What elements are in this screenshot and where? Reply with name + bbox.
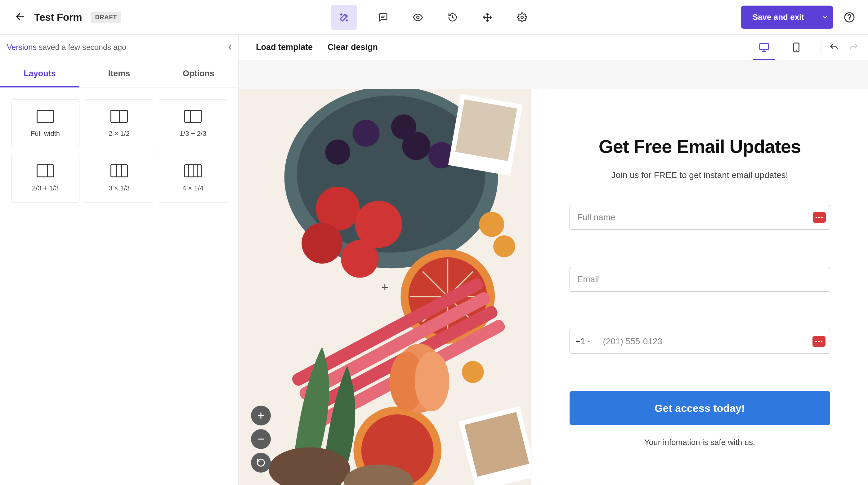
sub-header-right bbox=[755, 35, 868, 60]
svg-point-19 bbox=[302, 223, 342, 264]
canvas-page: + Get Free Email Updates Join us for FRE… bbox=[239, 89, 868, 485]
layout-card-label: 3 × 1/3 bbox=[108, 184, 130, 192]
svg-point-20 bbox=[341, 240, 379, 278]
layout-card-full-width[interactable]: Full-width bbox=[11, 99, 80, 148]
tab-layouts[interactable]: Layouts bbox=[0, 60, 80, 87]
svg-point-35 bbox=[493, 235, 515, 257]
redo-icon[interactable] bbox=[847, 41, 861, 54]
svg-point-25 bbox=[325, 139, 350, 165]
magic-wand-icon[interactable] bbox=[331, 5, 357, 30]
layout-card-label: 2 × 1/2 bbox=[108, 130, 130, 138]
comment-icon[interactable] bbox=[374, 9, 392, 26]
sidebar: Layouts Items Options Full-width 2 × 1/2… bbox=[0, 60, 239, 485]
svg-point-43 bbox=[415, 352, 449, 411]
sub-header-center: Load template Clear design bbox=[239, 42, 378, 52]
zoom-in-icon[interactable] bbox=[251, 406, 271, 425]
zoom-reset-icon[interactable] bbox=[251, 453, 271, 473]
save-exit-group: Save and exit bbox=[741, 6, 833, 29]
desktop-viewport-icon[interactable] bbox=[755, 35, 773, 60]
fullname-input[interactable] bbox=[569, 205, 830, 230]
zoom-out-icon[interactable] bbox=[251, 429, 271, 449]
layout-card-label: Full-width bbox=[31, 130, 60, 138]
sub-header: Versions saved a few seconds ago Load te… bbox=[0, 35, 868, 60]
email-field-wrap bbox=[569, 267, 830, 292]
undo-icon[interactable] bbox=[827, 41, 841, 54]
add-block-icon[interactable]: + bbox=[378, 280, 392, 294]
layout-thumb-icon bbox=[184, 164, 202, 177]
form-heading[interactable]: Get Free Email Updates bbox=[599, 136, 801, 157]
back-arrow-icon[interactable] bbox=[15, 11, 25, 23]
phone-country-code[interactable]: +1 bbox=[570, 329, 596, 354]
save-exit-button[interactable]: Save and exit bbox=[741, 6, 816, 29]
layout-card-label: 1/3 + 2/3 bbox=[180, 130, 206, 138]
header-left: Test Form DRAFT bbox=[15, 11, 121, 23]
viewport-tabs bbox=[755, 35, 806, 60]
layouts-grid: Full-width 2 × 1/2 1/3 + 2/3 2/3 + 1/3 3… bbox=[0, 88, 238, 215]
layout-card-two-half[interactable]: 2 × 1/2 bbox=[85, 99, 153, 148]
svg-point-6 bbox=[521, 16, 523, 19]
layout-thumb-icon bbox=[184, 110, 202, 123]
phone-field-wrap: +1 bbox=[569, 329, 830, 354]
collapse-sidebar-icon[interactable] bbox=[223, 41, 237, 54]
sub-header-left: Versions saved a few seconds ago bbox=[0, 35, 239, 60]
svg-rect-9 bbox=[760, 43, 768, 50]
layout-card-label: 4 × 1/4 bbox=[182, 184, 204, 192]
canvas-image-block[interactable]: + bbox=[239, 89, 531, 485]
svg-marker-50 bbox=[588, 341, 590, 342]
divider bbox=[820, 41, 821, 54]
history-icon[interactable] bbox=[444, 9, 461, 26]
form-subheading[interactable]: Join us for FREE to get instant email up… bbox=[612, 170, 788, 180]
form-submit-button[interactable]: Get access today! bbox=[569, 391, 830, 425]
versions-saved-text: saved a few seconds ago bbox=[37, 43, 126, 52]
header-toolbar bbox=[331, 5, 531, 30]
form-disclaimer[interactable]: Your infomation is safe with us. bbox=[644, 438, 755, 447]
main-area: Layouts Items Options Full-width 2 × 1/2… bbox=[0, 60, 868, 485]
svg-point-23 bbox=[391, 115, 416, 139]
save-exit-dropdown[interactable] bbox=[816, 6, 833, 29]
sidebar-tabs: Layouts Items Options bbox=[0, 60, 238, 88]
layout-card-four-quarter[interactable]: 4 × 1/4 bbox=[159, 154, 227, 203]
canvas: + Get Free Email Updates Join us for FRE… bbox=[239, 60, 868, 485]
svg-point-36 bbox=[462, 361, 484, 383]
fullname-field-wrap bbox=[569, 205, 830, 230]
layout-card-three-third[interactable]: 3 × 1/3 bbox=[85, 154, 153, 203]
draft-badge: DRAFT bbox=[91, 12, 121, 23]
field-options-icon[interactable] bbox=[813, 212, 826, 223]
svg-point-3 bbox=[416, 16, 419, 19]
svg-rect-12 bbox=[794, 43, 799, 52]
versions-status: Versions saved a few seconds ago bbox=[7, 43, 126, 52]
clear-design-button[interactable]: Clear design bbox=[328, 42, 378, 52]
top-header: Test Form DRAFT Save and exit bbox=[0, 0, 868, 35]
svg-point-24 bbox=[352, 120, 379, 147]
layout-thumb-icon bbox=[37, 164, 54, 177]
help-icon[interactable] bbox=[841, 9, 858, 26]
settings-gear-icon[interactable] bbox=[514, 9, 531, 26]
phone-prefix-text: +1 bbox=[576, 336, 585, 346]
email-input[interactable] bbox=[569, 267, 830, 292]
phone-input[interactable] bbox=[596, 329, 830, 354]
field-options-icon[interactable] bbox=[812, 336, 826, 347]
layout-thumb-icon bbox=[111, 164, 128, 177]
svg-point-34 bbox=[479, 212, 504, 237]
svg-rect-45 bbox=[456, 99, 517, 161]
canvas-gray-top bbox=[239, 60, 868, 89]
tab-options[interactable]: Options bbox=[159, 60, 238, 87]
versions-link[interactable]: Versions bbox=[7, 43, 37, 52]
move-icon[interactable] bbox=[479, 9, 496, 26]
preview-eye-icon[interactable] bbox=[409, 9, 427, 26]
canvas-form-block: Get Free Email Updates Join us for FREE … bbox=[531, 89, 868, 485]
zoom-controls bbox=[251, 406, 271, 473]
mobile-viewport-icon[interactable] bbox=[787, 35, 806, 60]
layout-card-onethird-twothird[interactable]: 1/3 + 2/3 bbox=[159, 99, 227, 148]
layout-thumb-icon bbox=[111, 110, 128, 123]
form-title: Test Form bbox=[34, 11, 82, 23]
caret-down-icon bbox=[587, 339, 591, 344]
layout-card-label: 2/3 + 1/3 bbox=[32, 184, 59, 192]
tab-items[interactable]: Items bbox=[80, 60, 159, 87]
load-template-button[interactable]: Load template bbox=[256, 42, 313, 52]
layout-card-twothird-onethird[interactable]: 2/3 + 1/3 bbox=[11, 154, 80, 203]
header-right: Save and exit bbox=[741, 6, 858, 29]
layout-thumb-icon bbox=[37, 110, 54, 123]
